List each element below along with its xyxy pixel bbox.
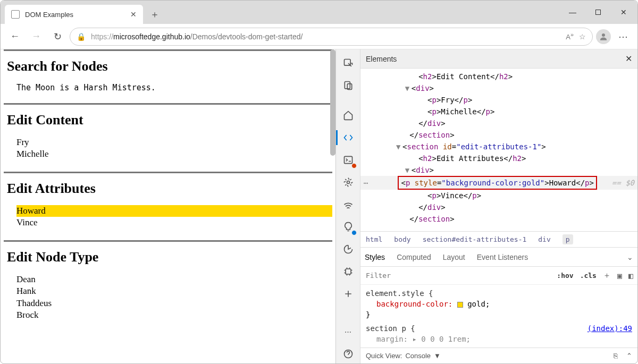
window-controls: — ✕	[561, 1, 635, 24]
browser-tab[interactable]: DOM Examples ✕	[5, 5, 143, 24]
console-tool-icon[interactable]	[339, 150, 358, 170]
tab-event-listeners[interactable]: Event Listeners	[477, 253, 528, 261]
page-scrollbar[interactable]	[330, 49, 335, 156]
css-margin-line[interactable]: margin: ▸ 0 0 0 1rem;	[366, 334, 632, 344]
devtools-panel-header: Elements ✕	[360, 49, 637, 69]
address-bar[interactable]: 🔒 https://microsoftedge.github.io/Demos/…	[70, 28, 593, 46]
overflow-icon[interactable]: ⋯	[360, 177, 371, 189]
device-emulation-icon[interactable]	[339, 76, 358, 95]
list-item-highlighted[interactable]: Howard	[16, 205, 332, 217]
panel-title: Elements	[366, 55, 397, 63]
list-item: Dean	[16, 274, 332, 285]
main-area: Search for Nodes The Moon is a Harsh Mis…	[1, 49, 637, 363]
heading-edit-attributes: Edit Attributes	[7, 181, 332, 197]
lighthouse-tool-icon[interactable]	[339, 217, 358, 236]
browser-window: DOM Examples ✕ ＋ — ✕ ← → ↻ 🔒 https://mic…	[0, 0, 638, 364]
search-sample-text: The Moon is a Harsh Mistress.	[16, 83, 332, 92]
dom-tree[interactable]: <h2>Edit Content</h2> ▼<div> <p>Fry</p> …	[360, 69, 637, 231]
refresh-button[interactable]: ↻	[48, 28, 66, 46]
css-prop[interactable]: background-color:	[376, 300, 452, 308]
styles-filter-bar: :hov .cls ＋ ▣ ◧	[360, 266, 637, 284]
heading-search-nodes: Search for Nodes	[7, 58, 332, 74]
minimize-button[interactable]: —	[561, 4, 584, 21]
edit-attributes-list: Howard Vince	[16, 205, 332, 228]
quick-view-value[interactable]: Console	[405, 352, 431, 360]
styles-tabs: Styles Computed Layout Event Listeners ⌄	[360, 247, 637, 266]
breadcrumb[interactable]: html body section#edit-attributes-1 div …	[360, 231, 637, 247]
add-tool-icon[interactable]	[339, 284, 358, 303]
css-value[interactable]: gold;	[467, 300, 490, 308]
rule-close: }	[366, 309, 632, 320]
quick-view-tool-icon[interactable]: ⎘	[614, 352, 618, 360]
dom-selected-row[interactable]: ⋯ <p style="background-color:gold">Howar…	[360, 176, 637, 190]
forward-button: →	[27, 28, 45, 46]
cls-toggle[interactable]: .cls	[580, 272, 597, 280]
toolbar: ← → ↻ 🔒 https://microsoftedge.github.io/…	[1, 24, 637, 49]
styles-pane[interactable]: element.style { background-color: gold; …	[360, 284, 637, 348]
quick-view-label: Quick View:	[366, 352, 402, 360]
heading-edit-content: Edit Content	[7, 112, 332, 128]
heading-edit-node-type: Edit Node Type	[7, 249, 332, 265]
list-item: Hank	[16, 285, 332, 297]
list-item: Thaddeus	[16, 298, 332, 309]
tab-layout[interactable]: Layout	[443, 253, 465, 261]
maximize-button[interactable]	[586, 4, 610, 21]
color-swatch-icon[interactable]	[457, 302, 463, 308]
back-button[interactable]: ←	[6, 28, 24, 46]
memory-tool-icon[interactable]	[339, 262, 358, 281]
chevron-down-icon[interactable]: ⌄	[627, 253, 633, 261]
crumb[interactable]: html	[366, 235, 382, 243]
list-item: Vince	[16, 217, 332, 228]
sources-tool-icon[interactable]	[339, 173, 358, 192]
chevron-up-icon[interactable]: ⌃	[626, 352, 632, 360]
quick-view-bar: Quick View: Console ▼ ⎘ ⌃	[360, 348, 637, 363]
more-tools-icon[interactable]: ⋯	[339, 322, 358, 341]
list-item: Michelle	[16, 148, 332, 160]
devtools: ⋯ Elements ✕ <h2>Edit Content</h2> ▼<div…	[335, 49, 637, 363]
selected-indicator: == $0	[612, 177, 637, 189]
list-item: Brock	[16, 309, 332, 321]
new-style-rule-icon[interactable]: ＋	[603, 270, 611, 281]
styles-filter-input[interactable]	[365, 271, 550, 280]
chevron-down-icon[interactable]: ▼	[434, 352, 441, 360]
url-domain: microsoftedge.github.io	[113, 32, 190, 41]
hov-toggle[interactable]: :hov	[557, 272, 573, 280]
help-icon[interactable]	[339, 344, 358, 363]
svg-rect-6	[346, 269, 351, 274]
new-tab-button[interactable]: ＋	[146, 6, 163, 23]
flexbox-editor-icon[interactable]: ▣	[617, 271, 622, 281]
inspect-tool-icon[interactable]	[339, 54, 358, 73]
crumb[interactable]: div	[538, 235, 550, 243]
lock-icon: 🔒	[77, 32, 86, 41]
close-window-button[interactable]: ✕	[612, 4, 635, 21]
page-favicon-icon	[11, 10, 20, 19]
performance-tool-icon[interactable]	[339, 240, 358, 259]
svg-point-0	[602, 33, 605, 37]
favorites-icon[interactable]: ☆	[579, 32, 586, 41]
tab-title: DOM Examples	[25, 11, 73, 19]
tab-styles[interactable]: Styles	[365, 253, 385, 261]
toggle-rendering-icon[interactable]: ◧	[628, 271, 633, 281]
welcome-tool-icon[interactable]	[339, 106, 358, 125]
crumb[interactable]: body	[394, 235, 410, 243]
url-path: /Demos/devtools-dom-get-started/	[190, 32, 303, 41]
svg-rect-4	[344, 156, 352, 163]
crumb[interactable]: section#edit-attributes-1	[423, 235, 527, 243]
devtools-close-icon[interactable]: ✕	[625, 54, 632, 64]
network-tool-icon[interactable]	[339, 195, 358, 214]
crumb-selected[interactable]: p	[563, 234, 573, 244]
source-link[interactable]: (index):49	[587, 323, 632, 334]
read-aloud-icon[interactable]: A»	[566, 31, 574, 41]
rule-selector: element.style {	[366, 288, 632, 299]
devtools-activity-bar: ⋯	[336, 49, 360, 363]
menu-button[interactable]: ⋯	[614, 28, 632, 46]
rule-selector: section p {	[366, 324, 415, 333]
profile-button[interactable]	[596, 29, 611, 44]
elements-tool-icon[interactable]	[339, 128, 358, 147]
page-content: Search for Nodes The Moon is a Harsh Mis…	[1, 49, 335, 363]
tab-computed[interactable]: Computed	[397, 253, 431, 261]
edit-content-list: Fry Michelle	[16, 137, 332, 160]
list-item: Fry	[16, 137, 332, 148]
tab-close-icon[interactable]: ✕	[130, 10, 137, 19]
devtools-body: Elements ✕ <h2>Edit Content</h2> ▼<div> …	[360, 49, 637, 363]
